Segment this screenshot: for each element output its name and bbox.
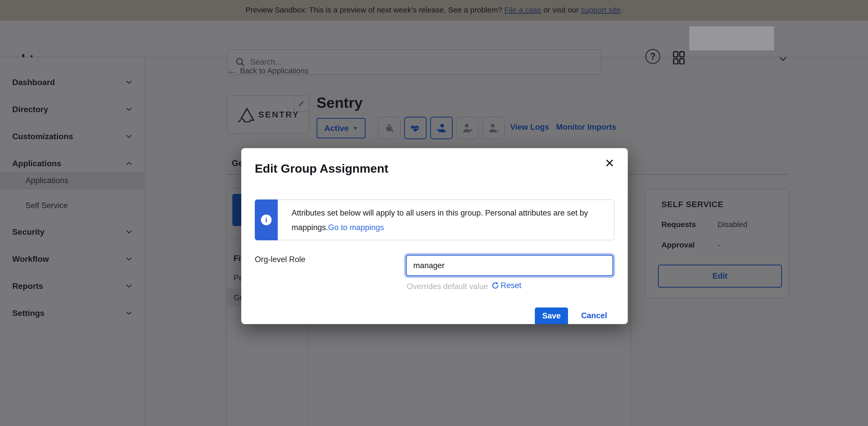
info-callout: i Attributes set below will apply to all… [255, 200, 615, 240]
override-note: Overrides default value [407, 282, 488, 291]
modal-title: Edit Group Assignment [255, 161, 388, 176]
reset-label: Reset [501, 281, 521, 290]
org-level-role-focus-ring [404, 253, 615, 278]
reset-icon [491, 281, 500, 290]
org-level-role-input[interactable] [406, 255, 613, 276]
cancel-button[interactable]: Cancel [576, 307, 613, 324]
reset-link[interactable]: Reset [491, 281, 521, 290]
account-name-redaction [689, 26, 774, 50]
close-icon[interactable]: ✕ [604, 157, 615, 169]
edit-group-assignment-modal: ✕ Edit Group Assignment i Attributes set… [241, 148, 628, 324]
info-callout-strip: i [255, 200, 278, 240]
save-button[interactable]: Save [535, 307, 568, 324]
go-to-mappings-link[interactable]: Go to mappings [328, 223, 384, 232]
org-level-role-label: Org-level Role [255, 255, 305, 264]
info-icon: i [261, 215, 272, 225]
